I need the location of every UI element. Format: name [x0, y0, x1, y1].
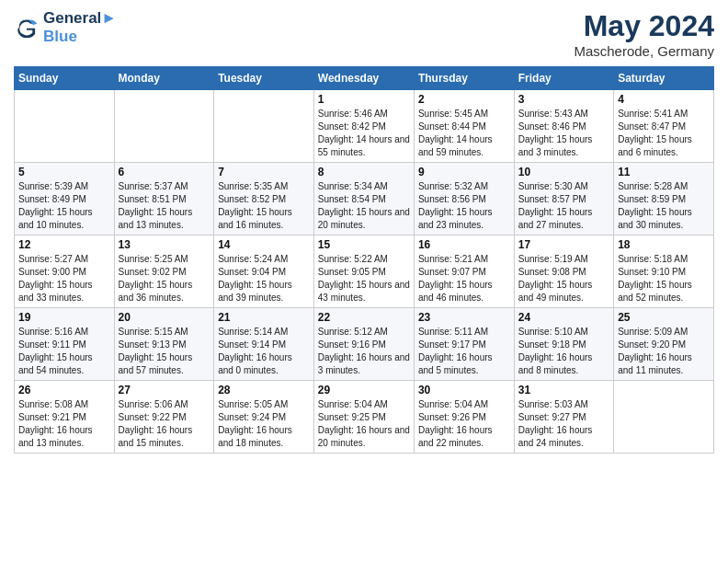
day-cell-13: 13Sunrise: 5:25 AMSunset: 9:02 PMDayligh… — [114, 236, 214, 308]
day-number: 13 — [119, 238, 210, 251]
daylight-text: Daylight: 16 hours and 22 minutes. — [418, 424, 510, 450]
day-info: Sunrise: 5:04 AMSunset: 9:26 PMDaylight:… — [418, 398, 510, 450]
sunset-text: Sunset: 9:21 PM — [18, 411, 110, 424]
day-number: 1 — [318, 93, 410, 106]
daylight-text: Daylight: 15 hours and 49 minutes. — [518, 279, 609, 304]
sunrise-text: Sunrise: 5:25 AM — [119, 253, 210, 266]
day-info: Sunrise: 5:43 AMSunset: 8:46 PMDaylight:… — [518, 108, 609, 159]
sunrise-text: Sunrise: 5:11 AM — [418, 326, 510, 339]
sunset-text: Sunset: 9:27 PM — [518, 411, 609, 424]
daylight-text: Daylight: 15 hours and 10 minutes. — [18, 206, 110, 232]
sunset-text: Sunset: 9:17 PM — [418, 339, 510, 351]
daylight-text: Daylight: 15 hours and 13 minutes. — [119, 206, 210, 232]
day-cell-10: 10Sunrise: 5:30 AMSunset: 8:57 PMDayligh… — [514, 163, 613, 236]
sunset-text: Sunset: 8:44 PM — [418, 121, 510, 133]
day-number: 6 — [119, 166, 210, 178]
day-cell-5: 5Sunrise: 5:39 AMSunset: 8:49 PMDaylight… — [15, 163, 115, 236]
sunset-text: Sunset: 9:25 PM — [318, 411, 410, 424]
daylight-text: Daylight: 15 hours and 36 minutes. — [119, 279, 210, 304]
day-info: Sunrise: 5:15 AMSunset: 9:13 PMDaylight:… — [119, 326, 210, 377]
day-cell-9: 9Sunrise: 5:32 AMSunset: 8:56 PMDaylight… — [414, 163, 514, 236]
sunset-text: Sunset: 9:26 PM — [418, 411, 510, 424]
day-info: Sunrise: 5:41 AMSunset: 8:47 PMDaylight:… — [618, 108, 710, 159]
day-number: 11 — [618, 166, 710, 178]
sunrise-text: Sunrise: 5:14 AM — [218, 326, 310, 339]
empty-cell — [214, 90, 314, 163]
sunrise-text: Sunrise: 5:46 AM — [318, 108, 410, 121]
sunrise-text: Sunrise: 5:08 AM — [18, 398, 110, 411]
day-cell-12: 12Sunrise: 5:27 AMSunset: 9:00 PMDayligh… — [15, 236, 115, 308]
sunrise-text: Sunrise: 5:15 AM — [119, 326, 210, 339]
day-number: 8 — [318, 166, 410, 178]
sunrise-text: Sunrise: 5:06 AM — [119, 398, 210, 411]
day-info: Sunrise: 5:24 AMSunset: 9:04 PMDaylight:… — [218, 253, 310, 304]
day-cell-8: 8Sunrise: 5:34 AMSunset: 8:54 PMDaylight… — [313, 163, 414, 236]
day-cell-6: 6Sunrise: 5:37 AMSunset: 8:51 PMDaylight… — [114, 163, 214, 236]
sunset-text: Sunset: 9:00 PM — [18, 266, 110, 279]
weekday-header-friday: Friday — [514, 67, 613, 90]
daylight-text: Daylight: 15 hours and 23 minutes. — [418, 206, 510, 232]
day-info: Sunrise: 5:19 AMSunset: 9:08 PMDaylight:… — [518, 253, 609, 304]
day-info: Sunrise: 5:30 AMSunset: 8:57 PMDaylight:… — [518, 180, 609, 232]
day-info: Sunrise: 5:32 AMSunset: 8:56 PMDaylight:… — [418, 180, 510, 232]
day-info: Sunrise: 5:22 AMSunset: 9:05 PMDaylight:… — [318, 253, 410, 304]
daylight-text: Daylight: 15 hours and 3 minutes. — [518, 133, 609, 159]
day-number: 29 — [318, 384, 410, 396]
sunset-text: Sunset: 9:08 PM — [518, 266, 609, 279]
sunset-text: Sunset: 9:20 PM — [618, 339, 710, 351]
day-cell-20: 20Sunrise: 5:15 AMSunset: 9:13 PMDayligh… — [114, 308, 214, 381]
day-cell-16: 16Sunrise: 5:21 AMSunset: 9:07 PMDayligh… — [414, 236, 514, 308]
day-cell-30: 30Sunrise: 5:04 AMSunset: 9:26 PMDayligh… — [414, 381, 514, 454]
sunset-text: Sunset: 8:46 PM — [518, 121, 609, 133]
daylight-text: Daylight: 15 hours and 6 minutes. — [618, 133, 710, 159]
day-cell-4: 4Sunrise: 5:41 AMSunset: 8:47 PMDaylight… — [614, 90, 714, 163]
day-cell-14: 14Sunrise: 5:24 AMSunset: 9:04 PMDayligh… — [214, 236, 314, 308]
sunrise-text: Sunrise: 5:10 AM — [518, 326, 609, 339]
day-cell-22: 22Sunrise: 5:12 AMSunset: 9:16 PMDayligh… — [313, 308, 414, 381]
daylight-text: Daylight: 16 hours and 20 minutes. — [318, 424, 410, 450]
location-subtitle: Mascherode, Germany — [574, 43, 714, 59]
calendar-table: SundayMondayTuesdayWednesdayThursdayFrid… — [14, 66, 714, 454]
day-info: Sunrise: 5:21 AMSunset: 9:07 PMDaylight:… — [418, 253, 510, 304]
day-info: Sunrise: 5:14 AMSunset: 9:14 PMDaylight:… — [218, 326, 310, 377]
day-info: Sunrise: 5:18 AMSunset: 9:10 PMDaylight:… — [618, 253, 710, 304]
sunset-text: Sunset: 9:16 PM — [318, 339, 410, 351]
day-number: 20 — [119, 311, 210, 324]
week-row-1: 1Sunrise: 5:46 AMSunset: 8:42 PMDaylight… — [15, 90, 714, 163]
day-info: Sunrise: 5:34 AMSunset: 8:54 PMDaylight:… — [318, 180, 410, 232]
sunrise-text: Sunrise: 5:30 AM — [518, 180, 609, 193]
day-number: 23 — [418, 311, 510, 324]
sunrise-text: Sunrise: 5:24 AM — [218, 253, 310, 266]
sunrise-text: Sunrise: 5:37 AM — [119, 180, 210, 193]
day-info: Sunrise: 5:12 AMSunset: 9:16 PMDaylight:… — [318, 326, 410, 377]
week-row-5: 26Sunrise: 5:08 AMSunset: 9:21 PMDayligh… — [15, 381, 714, 454]
daylight-text: Daylight: 15 hours and 57 minutes. — [119, 351, 210, 377]
day-number: 19 — [18, 311, 110, 324]
empty-cell — [15, 90, 115, 163]
sunrise-text: Sunrise: 5:04 AM — [318, 398, 410, 411]
sunset-text: Sunset: 8:42 PM — [318, 121, 410, 133]
sunset-text: Sunset: 9:22 PM — [119, 411, 210, 424]
daylight-text: Daylight: 16 hours and 3 minutes. — [318, 351, 410, 377]
sunrise-text: Sunrise: 5:04 AM — [418, 398, 510, 411]
day-info: Sunrise: 5:10 AMSunset: 9:18 PMDaylight:… — [518, 326, 609, 377]
day-number: 28 — [218, 384, 310, 396]
day-number: 15 — [318, 238, 410, 251]
day-number: 30 — [418, 384, 510, 396]
sunset-text: Sunset: 9:11 PM — [18, 339, 110, 351]
day-number: 7 — [218, 166, 310, 178]
sunset-text: Sunset: 8:47 PM — [618, 121, 710, 133]
daylight-text: Daylight: 16 hours and 18 minutes. — [218, 424, 310, 450]
day-cell-19: 19Sunrise: 5:16 AMSunset: 9:11 PMDayligh… — [15, 308, 115, 381]
sunrise-text: Sunrise: 5:41 AM — [618, 108, 710, 121]
sunrise-text: Sunrise: 5:21 AM — [418, 253, 510, 266]
day-cell-31: 31Sunrise: 5:03 AMSunset: 9:27 PMDayligh… — [514, 381, 613, 454]
sunset-text: Sunset: 9:18 PM — [518, 339, 609, 351]
sunset-text: Sunset: 8:56 PM — [418, 193, 510, 206]
sunset-text: Sunset: 8:57 PM — [518, 193, 609, 206]
page-header: General► Blue May 2024 Mascherode, Germa… — [14, 9, 714, 59]
sunrise-text: Sunrise: 5:35 AM — [218, 180, 310, 193]
sunrise-text: Sunrise: 5:39 AM — [18, 180, 110, 193]
weekday-header-wednesday: Wednesday — [313, 67, 414, 90]
day-number: 4 — [618, 93, 710, 106]
